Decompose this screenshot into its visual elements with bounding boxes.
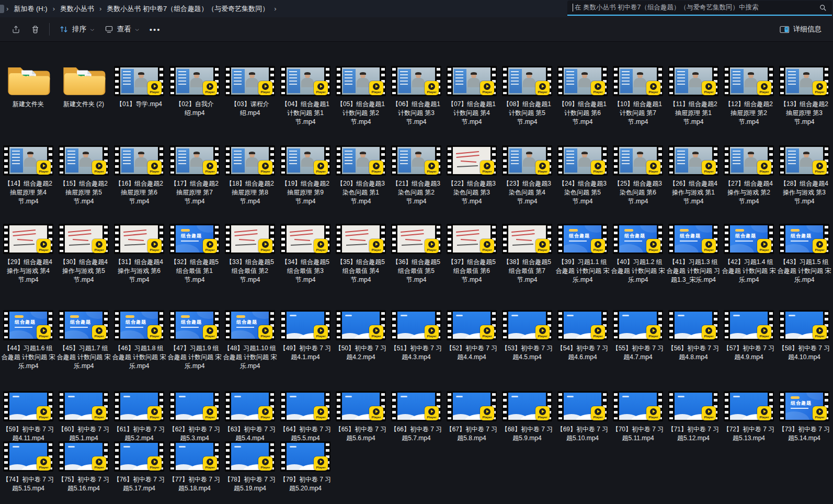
file-item[interactable]: Player 【25】组合趣题3 染色问题 第6节.mp4: [610, 145, 666, 224]
folder-item[interactable]: 新建文件夹: [1, 66, 56, 145]
file-item[interactable]: Player 【63】初中卷 7 习题5.4.mp4: [222, 391, 278, 441]
file-item[interactable]: Player 【19】组合趣题2 抽屉原理 第9节.mp4: [278, 145, 333, 224]
file-item[interactable]: Player 【60】初中卷 7 习题5.1.mp4: [56, 391, 111, 441]
file-item[interactable]: 组合趣题 Player 【41】习题1.3 组合趣题 计数问题 习题1.3_宋乐…: [666, 224, 721, 310]
file-item[interactable]: Player 【51】初中卷 7 习题4.3.mp4: [389, 310, 444, 391]
file-item[interactable]: Player 【62】初中卷 7 习题5.3.mp4: [167, 391, 222, 441]
file-item[interactable]: Player 【37】组合趣题5 组合最值 第6节.mp4: [444, 224, 499, 310]
file-item[interactable]: Player 【57】初中卷 7 习题4.9.mp4: [721, 310, 777, 391]
file-item[interactable]: Player 【72】初中卷 7 习题5.13.mp4: [721, 391, 777, 441]
file-item[interactable]: Player 【54】初中卷 7 习题4.6.mp4: [555, 310, 610, 391]
file-item[interactable]: Player 【68】初中卷 7 习题5.9.mp4: [499, 391, 555, 441]
file-item[interactable]: 组合趣题 Player 【47】习题1.9 组合趣题 计数问题 宋乐.mp4: [167, 310, 222, 391]
file-item[interactable]: Player 【31】组合趣题4 操作与游戏 第6节.mp4: [111, 224, 167, 310]
file-item[interactable]: Player 【59】初中卷 7 习题4.11.mp4: [1, 391, 56, 441]
filmstrip-sprockets: [60, 312, 63, 338]
file-item[interactable]: Player 【79】初中卷 7 习题5.20.mp4: [278, 441, 333, 504]
file-item[interactable]: Player 【64】初中卷 7 习题5.5.mp4: [278, 391, 333, 441]
file-item[interactable]: Player 【71】初中卷 7 习题5.12.mp4: [666, 391, 721, 441]
file-item[interactable]: Player 【76】初中卷 7 习题5.17.mp4: [111, 441, 167, 504]
file-name: 【60】初中卷 7 习题5.1.mp4: [56, 425, 111, 443]
file-item[interactable]: 组合趣题 Player 【48】习题1.10 组合趣题 计数问题 宋乐.mp4: [222, 310, 278, 391]
file-item[interactable]: Player 【61】初中卷 7 习题5.2.mp4: [111, 391, 167, 441]
search-input[interactable]: 在 奥数小丛书 初中卷7（组合趣题）（与爱奇艺集数同）中搜索: [567, 1, 832, 16]
share-button[interactable]: [6, 21, 26, 38]
file-item[interactable]: Player 【11】组合趣题2 抽屉原理 第1节.mp4: [666, 66, 721, 145]
file-item[interactable]: Player 【12】组合趣题2 抽屉原理 第2节.mp4: [721, 66, 777, 145]
file-item[interactable]: 组合趣题 Player 【40】习题1.2 组合趣题 计数问题 宋乐.mp4: [610, 224, 666, 310]
file-item[interactable]: Player 【34】组合趣题5 组合最值 第3节.mp4: [278, 224, 333, 310]
file-item[interactable]: Player 【69】初中卷 7 习题5.10.mp4: [555, 391, 610, 441]
file-item[interactable]: Player 【20】组合趣题3 染色问题 第1节.mp4: [333, 145, 389, 224]
file-item[interactable]: 组合趣题 Player 【73】初中卷 7 习题5.14.mp4: [777, 391, 832, 441]
file-item[interactable]: Player 【22】组合趣题3 染色问题 第3节.mp4: [444, 145, 499, 224]
view-button[interactable]: 查看 ⌵: [99, 21, 144, 38]
file-item[interactable]: Player 【16】组合趣题2 抽屉原理 第6节.mp4: [111, 145, 167, 224]
file-item[interactable]: 组合趣题 Player 【42】习题1.4 组合趣题 计数问题 宋乐.mp4: [721, 224, 777, 310]
file-name: 【08】组合趣题1 计数问题 第5节.mp4: [500, 100, 554, 127]
file-item[interactable]: Player 【66】初中卷 7 习题5.7.mp4: [389, 391, 444, 441]
file-item[interactable]: Player 【15】组合趣题2 抽屉原理 第5节.mp4: [56, 145, 111, 224]
file-item[interactable]: Player 【67】初中卷 7 习题5.8.mp4: [444, 391, 499, 441]
file-item[interactable]: Player 【23】组合趣题3 染色问题 第4节.mp4: [499, 145, 555, 224]
file-item[interactable]: 组合趣题 Player 【46】习题1.8 组合趣题 计数问题 宋乐.mp4: [111, 310, 167, 391]
file-item[interactable]: 组合趣题 Player 【45】习题1.7 组合趣题 计数问题 宋乐.mp4: [56, 310, 111, 391]
file-item[interactable]: Player 【49】初中卷 7 习题4.1.mp4: [278, 310, 333, 391]
delete-button[interactable]: [26, 21, 45, 38]
file-item[interactable]: Player 【04】组合趣题1 计数问题 第1节.mp4: [278, 66, 333, 145]
file-item[interactable]: Player 【36】组合趣题5 组合最值 第5节.mp4: [389, 224, 444, 310]
file-item[interactable]: 组合趣题 Player 【39】习题1.1 组合趣题 计数问题 宋乐.mp4: [555, 224, 610, 310]
file-item[interactable]: Player 【27】组合趣题4 操作与游戏 第2节.mp4: [721, 145, 777, 224]
file-item[interactable]: Player 【33】组合趣题5 组合最值 第2节.mp4: [222, 224, 278, 310]
file-item[interactable]: Player 【35】组合趣题5 组合最值 第4节.mp4: [333, 224, 389, 310]
file-item[interactable]: Player 【26】组合趣题4 操作与游戏 第1节.mp4: [666, 145, 721, 224]
more-options-button[interactable]: •••: [144, 21, 166, 38]
breadcrumb-item-drive[interactable]: 新加卷 (H:): [10, 3, 50, 15]
breadcrumb-item-parent[interactable]: 奥数小丛书: [57, 3, 97, 15]
file-item[interactable]: 组合趣题 Player 【32】组合趣题5 组合最值 第1节.mp4: [167, 224, 222, 310]
video-thumbnail: Player: [668, 145, 718, 176]
file-item[interactable]: Player 【01】导学.mp4: [111, 66, 167, 145]
file-name: 【03】课程介绍.mp4: [223, 100, 277, 118]
file-item[interactable]: Player 【07】组合趣题1 计数问题 第4节.mp4: [444, 66, 499, 145]
file-item[interactable]: Player 【08】组合趣题1 计数问题 第5节.mp4: [499, 66, 555, 145]
folder-item[interactable]: 新建文件夹 (2): [56, 66, 111, 145]
file-item[interactable]: 组合趣题 Player 【44】习题1.6 组合趣题 计数问题 宋乐.mp4: [1, 310, 56, 391]
sort-button[interactable]: 排序 ⌵: [54, 21, 99, 38]
file-item[interactable]: Player 【30】组合趣题4 操作与游戏 第5节.mp4: [56, 224, 111, 310]
file-item[interactable]: Player 【78】初中卷 7 习题5.19.mp4: [222, 441, 278, 504]
file-item[interactable]: Player 【29】组合趣题4 操作与游戏 第4节.mp4: [1, 224, 56, 310]
file-item[interactable]: Player 【38】组合趣题5 组合最值 第7节.mp4: [499, 224, 555, 310]
file-item[interactable]: 组合趣题 Player 【43】习题1.5 组合趣题 计数问题 宋乐.mp4: [777, 224, 832, 310]
file-item[interactable]: Player 【24】组合趣题3 染色问题 第5节.mp4: [555, 145, 610, 224]
details-pane-button[interactable]: 详细信息: [774, 21, 827, 38]
file-item[interactable]: Player 【06】组合趣题1 计数问题 第3节.mp4: [389, 66, 444, 145]
file-item[interactable]: Player 【56】初中卷 7 习题4.8.mp4: [666, 310, 721, 391]
file-item[interactable]: Player 【52】初中卷 7 习题4.4.mp4: [444, 310, 499, 391]
video-thumbnail: Player: [114, 441, 164, 472]
file-item[interactable]: Player 【13】组合趣题2 抽屉原理 第3节.mp4: [777, 66, 832, 145]
file-item[interactable]: Player 【03】课程介绍.mp4: [222, 66, 278, 145]
file-item[interactable]: Player 【77】初中卷 7 习题5.18.mp4: [167, 441, 222, 504]
file-name: 新建文件夹 (2): [56, 100, 111, 109]
file-item[interactable]: Player 【74】初中卷 7 习题5.15.mp4: [1, 441, 56, 504]
search-icon[interactable]: [819, 4, 827, 12]
breadcrumb-item-current[interactable]: 奥数小丛书 初中卷7（组合趣题）（与爱奇艺集数同）: [104, 3, 272, 15]
file-item[interactable]: Player 【09】组合趣题1 计数问题 第6节.mp4: [555, 66, 610, 145]
player-badge-label: Player: [205, 466, 214, 469]
file-item[interactable]: Player 【02】自我介绍.mp4: [167, 66, 222, 145]
file-item[interactable]: Player 【17】组合趣题2 抽屉原理 第7节.mp4: [167, 145, 222, 224]
file-item[interactable]: Player 【65】初中卷 7 习题5.6.mp4: [333, 391, 389, 441]
file-item[interactable]: Player 【75】初中卷 7 习题5.16.mp4: [56, 441, 111, 504]
file-item[interactable]: Player 【18】组合趣题2 抽屉原理 第8节.mp4: [222, 145, 278, 224]
file-item[interactable]: Player 【14】组合趣题2 抽屉原理 第4节.mp4: [1, 145, 56, 224]
file-item[interactable]: Player 【28】组合趣题4 操作与游戏 第3节.mp4: [777, 145, 832, 224]
file-item[interactable]: Player 【53】初中卷 7 习题4.5.mp4: [499, 310, 555, 391]
file-item[interactable]: Player 【55】初中卷 7 习题4.7.mp4: [610, 310, 666, 391]
file-item[interactable]: Player 【05】组合趣题1 计数问题 第2节.mp4: [333, 66, 389, 145]
file-item[interactable]: Player 【50】初中卷 7 习题4.2.mp4: [333, 310, 389, 391]
file-item[interactable]: Player 【58】初中卷 7 习题4.10.mp4: [777, 310, 832, 391]
file-item[interactable]: Player 【21】组合趣题3 染色问题 第2节.mp4: [389, 145, 444, 224]
file-item[interactable]: Player 【70】初中卷 7 习题5.11.mp4: [610, 391, 666, 441]
file-item[interactable]: Player 【10】组合趣题1 计数问题 第7节.mp4: [610, 66, 666, 145]
